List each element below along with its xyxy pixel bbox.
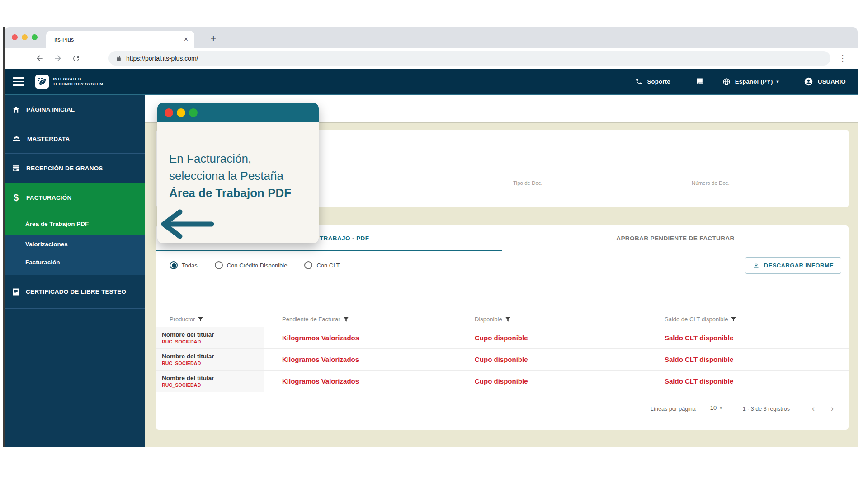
disponible-cell: Cupo disponible [448, 371, 642, 392]
filter-icon[interactable] [198, 317, 203, 322]
radio-con-credito-disponible[interactable]: Con Crédito Disponible [215, 261, 288, 269]
tutorial-popup-titlebar [157, 103, 319, 122]
browser-tab[interactable]: Its-Plus × [46, 31, 194, 48]
new-tab-button[interactable]: + [206, 31, 221, 46]
descargar-informe-button[interactable]: DESCARGAR INFORME [745, 257, 841, 274]
sidebar-item-label: CERTIFICADO DE LIBRE TESTEO [26, 288, 126, 295]
prev-page-icon[interactable]: ‹ [809, 404, 818, 413]
chat-button[interactable] [695, 77, 704, 86]
browser-toolbar: https://portal.its-plus.com/ ⋮ [5, 48, 858, 69]
back-icon[interactable] [31, 51, 49, 66]
chevron-down-icon: ▾ [720, 406, 722, 410]
download-icon [753, 262, 760, 269]
radio-label: Con CLT [316, 262, 340, 269]
browser-tabstrip: Its-Plus × + [5, 27, 858, 48]
people-icon [12, 134, 21, 144]
logo-line1: INTEGRATED [53, 77, 103, 82]
radio-todas[interactable]: Todas [170, 261, 198, 269]
ruc-sociedad: RUC_SOCIEDAD [162, 339, 264, 344]
forward-icon[interactable] [49, 51, 67, 66]
sidebar-item-label: RECEPCIÓN DE GRANOS [26, 165, 103, 172]
close-window-button[interactable] [12, 34, 18, 40]
language-selector[interactable]: Español (PY) ▾ [722, 78, 779, 86]
table-row[interactable]: Nombre del titular RUC_SOCIEDAD Kilogram… [156, 371, 849, 392]
radio-label: Con Crédito Disponible [227, 262, 288, 269]
traffic-lights [12, 34, 38, 40]
table-row[interactable]: Nombre del titular RUC_SOCIEDAD Kilogram… [156, 327, 849, 349]
yellow-dot-icon [177, 108, 185, 117]
pagination: Líneas por página 10 ▾ 1 - 3 de 3 regist… [156, 404, 849, 413]
header-productor: Productor [156, 312, 264, 327]
dollar-icon: $ [12, 192, 20, 203]
lines-per-page-label: Líneas por página [651, 406, 696, 412]
tutorial-popup: En Facturación, selecciona la Pestaña Ár… [157, 103, 319, 243]
url-bar[interactable]: https://portal.its-plus.com/ [108, 51, 830, 66]
productor-cell: Nombre del titular RUC_SOCIEDAD [156, 371, 264, 392]
refresh-icon[interactable] [67, 51, 85, 66]
sidebar-item-pagina-inicial[interactable]: PÁGINA INICIAL [5, 95, 145, 124]
page-size-value: 10 [710, 404, 717, 411]
chat-icon [695, 77, 704, 86]
browser-menu-icon[interactable]: ⋮ [835, 53, 850, 63]
maximize-window-button[interactable] [32, 34, 38, 40]
user-label: USUARIO [818, 78, 846, 85]
its-logo [35, 75, 49, 89]
radio-button-icon[interactable] [304, 261, 312, 269]
tutorial-text: En Facturación, selecciona la Pestaña Ár… [169, 150, 291, 202]
titular-name: Nombre del titular [162, 375, 264, 381]
saldo-clt-cell: Saldo CLT disponible [642, 327, 849, 348]
store-icon [12, 164, 20, 173]
submenu-item-area-de-trabajon-pdf[interactable]: Área de Trabajon PDF [5, 212, 145, 235]
filter-icon[interactable] [344, 317, 349, 322]
support-button[interactable]: Soporte [635, 78, 670, 85]
radio-con-clt[interactable]: Con CLT [304, 261, 340, 269]
header-saldo-clt: Saldo de CLT disponible [642, 312, 849, 327]
numero-doc-label: Número de Doc. [692, 180, 730, 186]
pendiente-cell: Kilogramos Valorizados [264, 349, 448, 370]
tutorial-line1: En Facturación, [169, 150, 291, 167]
user-menu[interactable]: USUARIO [804, 77, 846, 86]
url-text: https://portal.its-plus.com/ [126, 55, 198, 62]
logo-line2: TECHNOLOGY SYSTEM [53, 82, 103, 87]
radio-button-icon[interactable] [215, 261, 223, 269]
submenu-item-facturacion[interactable]: Facturación [5, 253, 145, 271]
radio-label: Todas [182, 262, 198, 269]
disponible-cell: Cupo disponible [448, 349, 642, 370]
hamburger-menu-icon[interactable] [13, 77, 24, 86]
titular-name: Nombre del titular [162, 353, 264, 360]
tutorial-line2: selecciona la Pestaña [169, 167, 291, 184]
descargar-informe-label: DESCARGAR INFORME [764, 262, 834, 269]
home-icon [12, 105, 20, 114]
minimize-window-button[interactable] [22, 34, 28, 40]
filter-icon[interactable] [731, 317, 736, 322]
saldo-clt-cell: Saldo CLT disponible [642, 349, 849, 370]
sidebar-item-facturacion[interactable]: $ FACTURACIÓN [5, 183, 145, 212]
pendiente-cell: Kilogramos Valorizados [264, 327, 448, 348]
globe-icon [722, 78, 731, 86]
close-tab-icon[interactable]: × [184, 35, 188, 43]
sidebar-item-masterdata[interactable]: MASTERDATA [5, 124, 145, 154]
browser-tab-title: Its-Plus [54, 36, 184, 43]
sidebar-item-certificado-libre-testeo[interactable]: CERTIFICADO DE LIBRE TESTEO [5, 275, 145, 309]
table-header-row: Productor Pendiente de Facturar Disponib… [156, 312, 849, 327]
sidebar-item-label: MASTERDATA [27, 136, 70, 142]
green-dot-icon [189, 108, 198, 117]
page-size-select[interactable]: 10 ▾ [708, 404, 724, 413]
next-page-icon[interactable]: › [828, 404, 837, 413]
sidebar-item-label: FACTURACIÓN [26, 194, 71, 201]
submenu-item-valorizaciones[interactable]: Valorizaciones [5, 235, 145, 253]
sidebar-item-label: PÁGINA INICIAL [26, 106, 75, 113]
productor-cell: Nombre del titular RUC_SOCIEDAD [156, 327, 264, 348]
language-label: Español (PY) [735, 78, 773, 85]
filter-controls: Todas Con Crédito Disponible Con CLT DES… [156, 251, 849, 279]
tipo-doc-label: Tipo de Doc. [513, 180, 542, 186]
radio-button-icon[interactable] [170, 261, 178, 269]
tab-aprobar-pendiente-facturar[interactable]: APROBAR PENDIENTE DE FACTURAR [502, 225, 849, 251]
filter-icon[interactable] [505, 317, 510, 322]
browser-window: Its-Plus × + https://portal.its-plus.com… [3, 27, 858, 447]
support-label: Soporte [647, 78, 670, 85]
table-row[interactable]: Nombre del titular RUC_SOCIEDAD Kilogram… [156, 349, 849, 371]
left-arrow-icon [158, 206, 217, 242]
tutorial-line3: Área de Trabajon PDF [169, 184, 291, 202]
sidebar-item-recepcion-de-granos[interactable]: RECEPCIÓN DE GRANOS [5, 154, 145, 183]
